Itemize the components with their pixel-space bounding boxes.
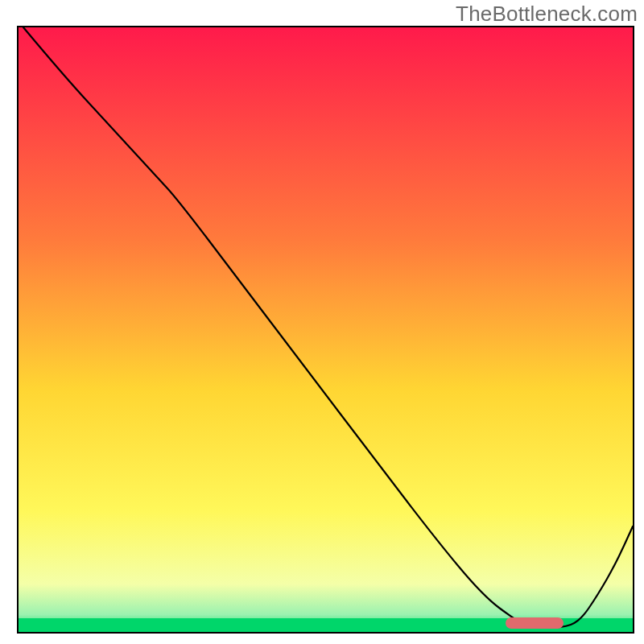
chart-container: TheBottleneck.com <box>0 0 644 644</box>
optimal-range-marker <box>506 617 564 629</box>
gradient-background <box>18 27 634 633</box>
bottleneck-chart <box>0 0 644 644</box>
